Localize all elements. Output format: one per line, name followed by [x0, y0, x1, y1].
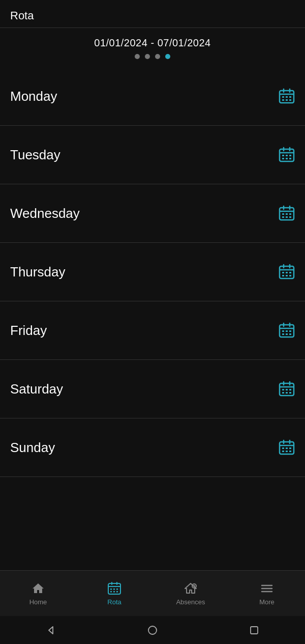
- svg-rect-24: [282, 213, 284, 215]
- svg-rect-26: [289, 213, 291, 215]
- nav-label-more: More: [259, 598, 274, 606]
- day-label-wednesday: Wednesday: [10, 206, 80, 221]
- calendar-icon-sunday: [279, 439, 295, 456]
- svg-rect-75: [113, 589, 115, 590]
- nav-label-home: Home: [29, 598, 47, 606]
- dot-1[interactable]: [135, 54, 140, 59]
- svg-rect-77: [110, 591, 112, 593]
- svg-rect-4: [282, 96, 284, 98]
- dot-4[interactable]: [165, 54, 170, 59]
- pagination-dots: [10, 54, 295, 62]
- day-row-saturday[interactable]: Saturday: [0, 360, 305, 418]
- svg-rect-68: [286, 451, 288, 452]
- svg-rect-6: [289, 96, 291, 98]
- svg-rect-37: [282, 275, 284, 276]
- nav-label-absences: Absences: [176, 598, 205, 606]
- absences-icon: [184, 581, 198, 596]
- svg-rect-19: [289, 158, 291, 159]
- svg-rect-29: [289, 216, 291, 218]
- svg-rect-67: [282, 451, 284, 452]
- svg-rect-59: [289, 392, 291, 394]
- svg-rect-66: [289, 447, 291, 449]
- svg-rect-78: [113, 591, 115, 593]
- back-button[interactable]: [44, 623, 58, 637]
- svg-rect-48: [286, 333, 288, 335]
- svg-rect-44: [282, 330, 284, 332]
- svg-rect-27: [282, 216, 284, 218]
- day-row-wednesday[interactable]: Wednesday: [0, 184, 305, 243]
- svg-rect-64: [282, 447, 284, 449]
- nav-item-more[interactable]: More: [229, 581, 305, 606]
- svg-rect-36: [289, 272, 291, 273]
- svg-rect-65: [286, 447, 288, 449]
- day-row-tuesday[interactable]: Tuesday: [0, 126, 305, 184]
- nav-item-rota[interactable]: Rota: [76, 581, 152, 606]
- bottom-nav: Home Rota Absences: [0, 570, 305, 616]
- svg-rect-35: [286, 272, 288, 273]
- rota-calendar-icon: [107, 581, 121, 596]
- day-row-sunday[interactable]: Sunday: [0, 418, 305, 477]
- svg-rect-25: [286, 213, 288, 215]
- calendar-icon-wednesday: [279, 205, 295, 221]
- svg-rect-88: [251, 627, 258, 634]
- recents-button[interactable]: [247, 623, 261, 637]
- day-row-friday[interactable]: Friday: [0, 301, 305, 360]
- date-range-container: 01/01/2024 - 07/01/2024: [0, 28, 305, 67]
- svg-rect-58: [286, 392, 288, 394]
- page-title: Rota: [10, 9, 34, 22]
- day-label-tuesday: Tuesday: [10, 147, 60, 163]
- dot-3[interactable]: [155, 54, 160, 59]
- home-button[interactable]: [145, 623, 160, 637]
- svg-rect-49: [289, 333, 291, 335]
- svg-point-87: [148, 626, 157, 634]
- day-row-monday[interactable]: Monday: [0, 67, 305, 126]
- system-nav-bar: [0, 616, 305, 644]
- nav-item-home[interactable]: Home: [0, 581, 76, 606]
- svg-rect-47: [282, 333, 284, 335]
- svg-rect-14: [282, 155, 284, 156]
- svg-rect-56: [289, 389, 291, 390]
- svg-rect-15: [286, 155, 288, 156]
- svg-rect-7: [282, 99, 284, 101]
- day-label-monday: Monday: [10, 89, 57, 104]
- calendar-icon-friday: [279, 322, 295, 339]
- header: Rota: [0, 0, 305, 27]
- date-range-text: 01/01/2024 - 07/01/2024: [10, 37, 295, 49]
- more-menu-icon: [260, 581, 274, 596]
- days-list: Monday Tuesday Wed: [0, 67, 305, 570]
- day-row-thursday[interactable]: Thursday: [0, 243, 305, 301]
- home-icon: [31, 581, 45, 596]
- calendar-icon-tuesday: [279, 147, 295, 163]
- svg-rect-74: [110, 589, 112, 590]
- svg-rect-55: [286, 389, 288, 390]
- svg-rect-28: [286, 216, 288, 218]
- svg-rect-57: [282, 392, 284, 394]
- svg-rect-34: [282, 272, 284, 273]
- dot-2[interactable]: [145, 54, 150, 59]
- svg-rect-8: [286, 99, 288, 101]
- day-label-sunday: Sunday: [10, 440, 55, 456]
- calendar-icon-thursday: [279, 264, 295, 280]
- svg-rect-18: [286, 158, 288, 159]
- svg-rect-9: [289, 99, 291, 101]
- svg-rect-16: [289, 155, 291, 156]
- nav-label-rota: Rota: [107, 598, 121, 606]
- svg-rect-5: [286, 96, 288, 98]
- svg-rect-39: [289, 275, 291, 276]
- svg-rect-76: [116, 589, 118, 590]
- svg-rect-46: [289, 330, 291, 332]
- day-label-saturday: Saturday: [10, 381, 63, 397]
- svg-rect-79: [116, 591, 118, 593]
- nav-item-absences[interactable]: Absences: [152, 581, 229, 606]
- svg-rect-38: [286, 275, 288, 276]
- svg-rect-69: [289, 451, 291, 452]
- svg-rect-45: [286, 330, 288, 332]
- calendar-icon-saturday: [279, 381, 295, 397]
- svg-rect-17: [282, 158, 284, 159]
- day-label-friday: Friday: [10, 323, 47, 339]
- svg-marker-86: [49, 627, 53, 634]
- day-label-thursday: Thursday: [10, 264, 65, 280]
- svg-rect-54: [282, 389, 284, 390]
- calendar-icon-monday: [279, 88, 295, 104]
